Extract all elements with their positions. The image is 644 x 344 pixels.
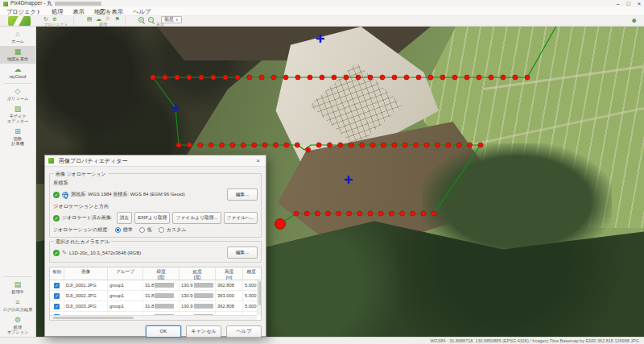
camera-position-dot[interactable]: [392, 143, 397, 147]
row-enabled-checkbox[interactable]: ✓: [54, 283, 60, 288]
sidebar-item-processing-options[interactable]: ⚙ 処理 オプション: [0, 314, 35, 337]
dialog-titlebar[interactable]: 画像プロパティエディター ×: [45, 155, 266, 167]
camera-position-dot[interactable]: [294, 211, 299, 216]
horizontal-scrollbar[interactable]: [50, 315, 257, 320]
minimize-button[interactable]: –: [617, 0, 620, 7]
col-group[interactable]: グループ: [108, 267, 143, 280]
menu-map-view[interactable]: 地図を表示: [89, 7, 128, 16]
camera-position-dot[interactable]: [223, 75, 228, 80]
accuracy-standard-radio[interactable]: [115, 227, 121, 233]
camera-position-dot[interactable]: [187, 75, 192, 80]
camera-position-dot[interactable]: [456, 143, 461, 147]
camera-position-dot[interactable]: [525, 75, 530, 80]
col-enabled[interactable]: 有効: [50, 267, 64, 280]
row-enabled-checkbox[interactable]: ✓: [54, 304, 60, 309]
sidebar-item-home[interactable]: ⌂ ホーム: [0, 28, 35, 46]
camera-position-dot[interactable]: [316, 143, 321, 147]
from-file-button[interactable]: ファイルより取得...: [172, 212, 221, 224]
camera-position-dot[interactable]: [370, 143, 375, 147]
camera-position-dot[interactable]: [464, 75, 469, 80]
camera-position-dot[interactable]: [259, 75, 264, 80]
camera-position-dot[interactable]: [349, 143, 353, 147]
camera-position-dot[interactable]: [199, 75, 204, 80]
camera-position-dot[interactable]: [404, 75, 409, 80]
ok-button[interactable]: OK: [146, 325, 181, 338]
camera-position-dot[interactable]: [332, 75, 336, 80]
camera-position-dot[interactable]: [295, 143, 299, 147]
camera-position-dot[interactable]: [347, 211, 352, 216]
accuracy-low-radio[interactable]: [139, 227, 145, 233]
new-step-icon[interactable]: ▤: [87, 16, 93, 23]
camera-position-dot[interactable]: [468, 143, 473, 147]
camera-position-dot[interactable]: [175, 75, 180, 80]
maximize-button[interactable]: □: [627, 0, 630, 7]
from-exif-button[interactable]: EXIFより取得: [134, 212, 170, 224]
camera-position-dot[interactable]: [320, 75, 324, 80]
camera-position-dot[interactable]: [452, 75, 457, 80]
camera-position-dot[interactable]: [284, 143, 289, 147]
table-row[interactable]: ✓DJI_0002.JPGgroup131.8130.9363.0005.000: [50, 291, 261, 301]
col-accuracy[interactable]: 精度: [243, 267, 259, 280]
camera-position-dot[interactable]: [219, 143, 224, 147]
camera-position-dot[interactable]: [235, 75, 240, 80]
sidebar-item-raycloud[interactable]: ☁ rayCloud: [0, 64, 35, 81]
camera-position-dot[interactable]: [198, 143, 203, 147]
camera-position-dot[interactable]: [273, 143, 278, 147]
camera-position-dot[interactable]: [271, 75, 276, 80]
camera-position-dot[interactable]: [477, 75, 481, 80]
camera-position-dot[interactable]: [378, 211, 383, 216]
camera-position-dot[interactable]: [187, 143, 192, 147]
camera-position-dot[interactable]: [440, 75, 445, 80]
flag-filled-icon[interactable]: ⚑: [115, 16, 120, 23]
row-enabled-checkbox[interactable]: ✓: [54, 293, 60, 299]
vertical-scrollbar[interactable]: [257, 280, 261, 315]
close-button[interactable]: ×: [638, 0, 641, 7]
col-image[interactable]: 画像: [64, 267, 108, 280]
camera-position-dot[interactable]: [389, 211, 394, 216]
camera-position-dot[interactable]: [306, 147, 311, 152]
edit-camera-model-button[interactable]: 編集...: [227, 247, 258, 259]
camera-position-dot[interactable]: [338, 143, 343, 147]
camera-position-dot[interactable]: [360, 143, 365, 147]
camera-position-dot[interactable]: [163, 75, 167, 80]
start-position-dot[interactable]: [275, 219, 286, 230]
camera-position-dot[interactable]: [241, 143, 246, 147]
camera-position-dot[interactable]: [295, 75, 300, 80]
sidebar-item-mosaic-editor[interactable]: ▨ モザイク エディター: [0, 103, 35, 126]
camera-position-dot[interactable]: [262, 143, 267, 147]
camera-position-dot[interactable]: [368, 75, 373, 80]
camera-position-dot[interactable]: [327, 143, 332, 147]
menu-process[interactable]: 処理: [47, 7, 68, 16]
sidebar-item-index-calculator[interactable]: ⊞ 指数 計算機: [0, 126, 35, 148]
support-user-icon[interactable]: ☻: [631, 17, 638, 25]
menu-help[interactable]: ヘルプ: [128, 7, 155, 16]
camera-position-dot[interactable]: [428, 75, 433, 80]
camera-position-dot[interactable]: [230, 143, 235, 147]
camera-position-dot[interactable]: [489, 75, 493, 80]
sidebar-item-volume[interactable]: ◇ ボリューム: [0, 85, 35, 103]
camera-position-dot[interactable]: [368, 211, 373, 216]
dialog-close-icon[interactable]: ×: [254, 157, 262, 164]
sidebar-item-log-output[interactable]: ≡ ログの出力結果: [0, 296, 35, 314]
camera-position-dot[interactable]: [357, 211, 362, 216]
accuracy-custom-radio[interactable]: [159, 227, 164, 233]
col-latitude[interactable]: 緯度 [度]: [143, 267, 180, 280]
sidebar-item-processing[interactable]: ▤ 処理中: [0, 279, 35, 296]
camera-position-dot[interactable]: [416, 75, 421, 80]
camera-position-dot[interactable]: [414, 143, 419, 147]
camera-position-dot[interactable]: [315, 211, 320, 216]
help-button[interactable]: ヘルプ: [226, 325, 262, 338]
camera-position-dot[interactable]: [151, 75, 155, 80]
table-row[interactable]: ✓DJI_0001.JPGgroup131.8130.9362.8085.000: [50, 280, 261, 291]
camera-position-dot[interactable]: [399, 211, 404, 216]
camera-position-dot[interactable]: [176, 143, 181, 147]
camera-position-dot[interactable]: [283, 75, 288, 80]
camera-position-dot[interactable]: [247, 75, 252, 80]
camera-position-dot[interactable]: [252, 143, 257, 147]
camera-position-dot[interactable]: [380, 75, 385, 80]
camera-position-dot[interactable]: [392, 75, 397, 80]
camera-position-dot[interactable]: [424, 143, 429, 147]
sidebar-item-map-view[interactable]: ▦ 地図を表示: [0, 46, 35, 64]
camera-position-dot[interactable]: [308, 75, 312, 80]
menu-view[interactable]: 表示: [68, 7, 89, 16]
